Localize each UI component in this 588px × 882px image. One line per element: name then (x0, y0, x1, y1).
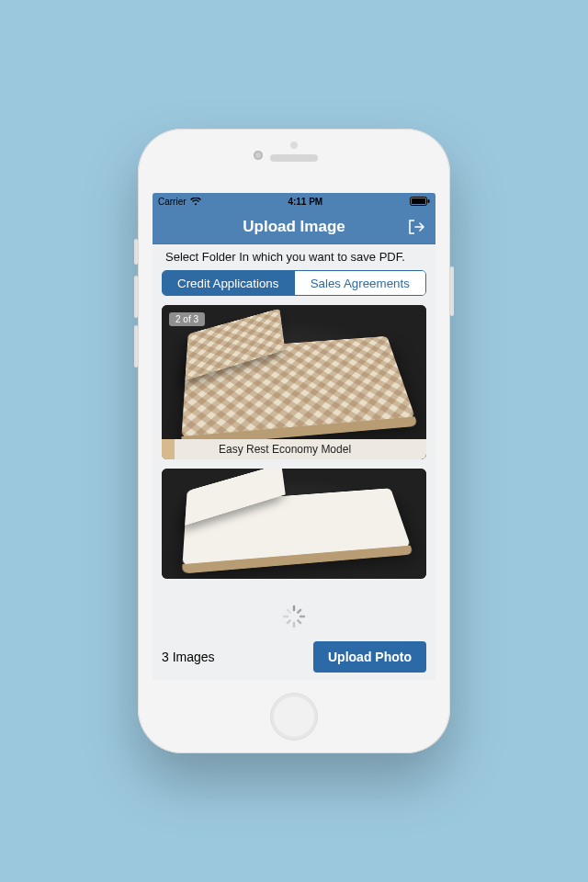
bed-image (162, 305, 426, 459)
sensor-dot (290, 141, 298, 149)
caption-text: Easy Rest Economy Model (219, 443, 351, 456)
svg-line-4 (298, 610, 300, 613)
nav-bar: Upload Image (153, 209, 435, 244)
volume-down (134, 325, 138, 368)
image-count: 3 Images (162, 650, 215, 664)
volume-up (134, 276, 138, 318)
mute-switch (134, 239, 138, 265)
front-camera (254, 151, 263, 160)
svg-rect-1 (412, 198, 425, 204)
phone-frame: Carrier 4:11 PM Upload Image (138, 129, 450, 753)
gallery-item-1[interactable]: 2 of 3 Easy Rest Economy Model (162, 305, 426, 459)
page-indicator: 2 of 3 (169, 312, 205, 326)
battery-icon (410, 197, 430, 206)
loading-spinner (282, 605, 306, 628)
svg-line-6 (298, 620, 300, 623)
gallery-item-2[interactable] (162, 469, 426, 579)
image-gallery: 2 of 3 Easy Rest Economy Model (162, 305, 426, 579)
bed-image-2 (162, 469, 426, 579)
exit-icon (407, 218, 425, 236)
caption-bar: Easy Rest Economy Model (162, 439, 426, 459)
wifi-icon (190, 198, 201, 206)
tab-credit-applications[interactable]: Credit Applications (163, 271, 294, 295)
svg-line-8 (288, 620, 290, 623)
carrier-label: Carrier (158, 197, 187, 207)
footer: 3 Images Upload Photo (162, 634, 426, 673)
spinner-icon (282, 605, 306, 628)
home-button[interactable] (270, 693, 318, 741)
instruction-text: Select Folder In which you want to save … (162, 250, 426, 270)
power-button (450, 266, 454, 316)
svg-rect-2 (427, 199, 429, 203)
upload-photo-button[interactable]: Upload Photo (313, 641, 426, 673)
folder-segmented-control: Credit Applications Sales Agreements (162, 270, 426, 296)
tab-sales-agreements[interactable]: Sales Agreements (294, 271, 426, 295)
status-bar: Carrier 4:11 PM (153, 193, 435, 209)
screen: Carrier 4:11 PM Upload Image (153, 193, 435, 680)
clock: 4:11 PM (288, 197, 322, 207)
content-area: Select Folder In which you want to save … (153, 244, 435, 680)
svg-line-10 (288, 610, 290, 613)
exit-button[interactable] (406, 217, 426, 237)
page-title: Upload Image (243, 218, 345, 236)
